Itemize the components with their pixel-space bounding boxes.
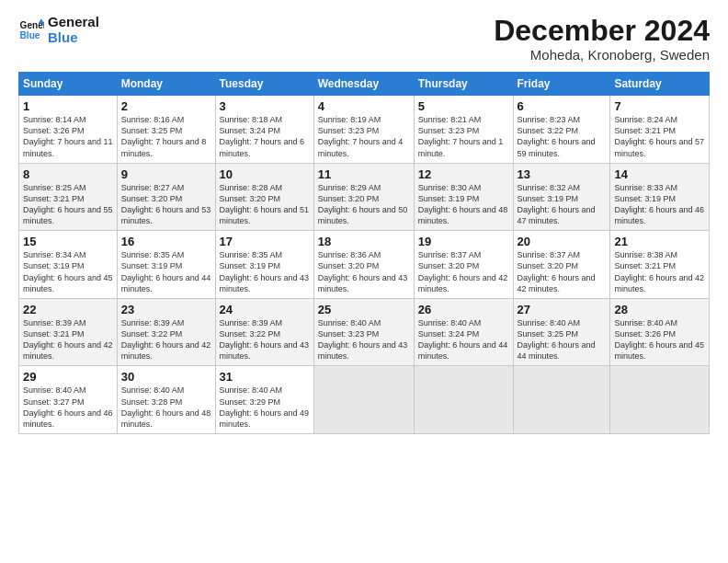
day-number: 2 bbox=[121, 99, 211, 113]
day-info: Sunrise: 8:34 AMSunset: 3:19 PMDaylight:… bbox=[23, 249, 113, 294]
day-info: Sunrise: 8:35 AMSunset: 3:19 PMDaylight:… bbox=[220, 249, 310, 294]
day-info: Sunrise: 8:40 AMSunset: 3:29 PMDaylight:… bbox=[220, 385, 310, 430]
day-number: 25 bbox=[318, 303, 410, 316]
calendar-cell: 13Sunrise: 8:32 AMSunset: 3:19 PMDayligh… bbox=[513, 163, 610, 231]
calendar-header-saturday: Saturday bbox=[610, 73, 710, 96]
day-info: Sunrise: 8:25 AMSunset: 3:21 PMDaylight:… bbox=[23, 182, 113, 227]
calendar-cell: 30Sunrise: 8:40 AMSunset: 3:28 PMDayligh… bbox=[117, 366, 215, 434]
day-number: 1 bbox=[23, 99, 113, 113]
calendar-cell: 23Sunrise: 8:39 AMSunset: 3:22 PMDayligh… bbox=[117, 298, 215, 366]
day-number: 5 bbox=[418, 99, 509, 113]
calendar-cell: 15Sunrise: 8:34 AMSunset: 3:19 PMDayligh… bbox=[19, 231, 118, 299]
day-info: Sunrise: 8:24 AMSunset: 3:21 PMDaylight:… bbox=[614, 114, 705, 159]
calendar-cell: 6Sunrise: 8:23 AMSunset: 3:22 PMDaylight… bbox=[513, 96, 610, 164]
calendar-header-thursday: Thursday bbox=[414, 73, 513, 96]
day-info: Sunrise: 8:29 AMSunset: 3:20 PMDaylight:… bbox=[318, 182, 410, 227]
day-info: Sunrise: 8:32 AMSunset: 3:19 PMDaylight:… bbox=[518, 182, 607, 227]
day-number: 24 bbox=[220, 303, 310, 316]
day-number: 10 bbox=[220, 167, 310, 181]
day-number: 21 bbox=[614, 235, 705, 248]
day-number: 3 bbox=[220, 99, 310, 113]
main-title: December 2024 bbox=[494, 15, 710, 47]
day-number: 28 bbox=[614, 303, 705, 316]
calendar-cell: 5Sunrise: 8:21 AMSunset: 3:23 PMDaylight… bbox=[414, 96, 513, 164]
calendar-table: SundayMondayTuesdayWednesdayThursdayFrid… bbox=[18, 72, 710, 434]
calendar-header-wednesday: Wednesday bbox=[313, 73, 414, 96]
subtitle: Moheda, Kronoberg, Sweden bbox=[494, 47, 710, 63]
day-info: Sunrise: 8:18 AMSunset: 3:24 PMDaylight:… bbox=[220, 114, 310, 159]
calendar-cell bbox=[610, 366, 710, 434]
day-number: 15 bbox=[23, 235, 113, 248]
calendar-cell: 20Sunrise: 8:37 AMSunset: 3:20 PMDayligh… bbox=[513, 231, 610, 299]
calendar-week-2: 8Sunrise: 8:25 AMSunset: 3:21 PMDaylight… bbox=[19, 163, 710, 231]
calendar-cell: 18Sunrise: 8:36 AMSunset: 3:20 PMDayligh… bbox=[313, 231, 414, 299]
day-number: 23 bbox=[121, 303, 211, 316]
calendar-cell: 19Sunrise: 8:37 AMSunset: 3:20 PMDayligh… bbox=[414, 231, 513, 299]
day-number: 11 bbox=[318, 167, 410, 181]
calendar-header-friday: Friday bbox=[513, 73, 610, 96]
day-info: Sunrise: 8:39 AMSunset: 3:21 PMDaylight:… bbox=[23, 317, 113, 362]
calendar-cell: 3Sunrise: 8:18 AMSunset: 3:24 PMDaylight… bbox=[215, 96, 313, 164]
page: General Blue General Blue December 2024 … bbox=[0, 0, 728, 563]
calendar-cell: 7Sunrise: 8:24 AMSunset: 3:21 PMDaylight… bbox=[610, 96, 710, 164]
day-number: 8 bbox=[23, 167, 113, 181]
calendar-header-monday: Monday bbox=[117, 73, 215, 96]
calendar-cell: 31Sunrise: 8:40 AMSunset: 3:29 PMDayligh… bbox=[215, 366, 313, 434]
logo: General Blue General Blue bbox=[18, 15, 99, 45]
day-info: Sunrise: 8:30 AMSunset: 3:19 PMDaylight:… bbox=[418, 182, 509, 227]
day-info: Sunrise: 8:27 AMSunset: 3:20 PMDaylight:… bbox=[121, 182, 211, 227]
day-info: Sunrise: 8:40 AMSunset: 3:28 PMDaylight:… bbox=[121, 385, 211, 430]
day-number: 31 bbox=[220, 370, 310, 384]
calendar-cell: 8Sunrise: 8:25 AMSunset: 3:21 PMDaylight… bbox=[19, 163, 118, 231]
logo-general: General bbox=[48, 15, 99, 30]
day-info: Sunrise: 8:19 AMSunset: 3:23 PMDaylight:… bbox=[318, 114, 410, 159]
calendar-cell: 1Sunrise: 8:14 AMSunset: 3:26 PMDaylight… bbox=[19, 96, 118, 164]
day-info: Sunrise: 8:33 AMSunset: 3:19 PMDaylight:… bbox=[614, 182, 705, 227]
calendar-cell: 14Sunrise: 8:33 AMSunset: 3:19 PMDayligh… bbox=[610, 163, 710, 231]
day-info: Sunrise: 8:40 AMSunset: 3:25 PMDaylight:… bbox=[518, 317, 607, 362]
day-info: Sunrise: 8:40 AMSunset: 3:24 PMDaylight:… bbox=[418, 317, 509, 362]
logo-blue: Blue bbox=[48, 30, 99, 46]
day-number: 12 bbox=[418, 167, 509, 181]
calendar-cell: 11Sunrise: 8:29 AMSunset: 3:20 PMDayligh… bbox=[313, 163, 414, 231]
day-number: 27 bbox=[518, 303, 607, 316]
calendar-cell: 16Sunrise: 8:35 AMSunset: 3:19 PMDayligh… bbox=[117, 231, 215, 299]
day-info: Sunrise: 8:35 AMSunset: 3:19 PMDaylight:… bbox=[121, 249, 211, 294]
day-number: 30 bbox=[121, 370, 211, 384]
calendar-cell: 28Sunrise: 8:40 AMSunset: 3:26 PMDayligh… bbox=[610, 298, 710, 366]
day-info: Sunrise: 8:28 AMSunset: 3:20 PMDaylight:… bbox=[220, 182, 310, 227]
day-info: Sunrise: 8:37 AMSunset: 3:20 PMDaylight:… bbox=[418, 249, 509, 294]
calendar-body: 1Sunrise: 8:14 AMSunset: 3:26 PMDaylight… bbox=[19, 96, 710, 434]
day-info: Sunrise: 8:40 AMSunset: 3:23 PMDaylight:… bbox=[318, 317, 410, 362]
day-info: Sunrise: 8:39 AMSunset: 3:22 PMDaylight:… bbox=[121, 317, 211, 362]
calendar-cell bbox=[414, 366, 513, 434]
day-number: 19 bbox=[418, 235, 509, 248]
day-number: 13 bbox=[518, 167, 607, 181]
calendar-week-5: 29Sunrise: 8:40 AMSunset: 3:27 PMDayligh… bbox=[19, 366, 710, 434]
calendar-cell: 4Sunrise: 8:19 AMSunset: 3:23 PMDaylight… bbox=[313, 96, 414, 164]
calendar-header-tuesday: Tuesday bbox=[215, 73, 313, 96]
day-info: Sunrise: 8:38 AMSunset: 3:21 PMDaylight:… bbox=[614, 249, 705, 294]
day-info: Sunrise: 8:40 AMSunset: 3:27 PMDaylight:… bbox=[23, 385, 113, 430]
day-info: Sunrise: 8:36 AMSunset: 3:20 PMDaylight:… bbox=[318, 249, 410, 294]
day-number: 16 bbox=[121, 235, 211, 248]
day-number: 29 bbox=[23, 370, 113, 384]
day-info: Sunrise: 8:14 AMSunset: 3:26 PMDaylight:… bbox=[23, 114, 113, 159]
calendar-week-3: 15Sunrise: 8:34 AMSunset: 3:19 PMDayligh… bbox=[19, 231, 710, 299]
calendar-cell bbox=[313, 366, 414, 434]
day-number: 20 bbox=[518, 235, 607, 248]
calendar-cell: 17Sunrise: 8:35 AMSunset: 3:19 PMDayligh… bbox=[215, 231, 313, 299]
day-number: 22 bbox=[23, 303, 113, 316]
calendar-header-row: SundayMondayTuesdayWednesdayThursdayFrid… bbox=[19, 73, 710, 96]
title-block: December 2024 Moheda, Kronoberg, Sweden bbox=[494, 15, 710, 63]
day-info: Sunrise: 8:23 AMSunset: 3:22 PMDaylight:… bbox=[518, 114, 607, 159]
calendar-cell: 29Sunrise: 8:40 AMSunset: 3:27 PMDayligh… bbox=[19, 366, 118, 434]
calendar-cell: 12Sunrise: 8:30 AMSunset: 3:19 PMDayligh… bbox=[414, 163, 513, 231]
calendar-week-4: 22Sunrise: 8:39 AMSunset: 3:21 PMDayligh… bbox=[19, 298, 710, 366]
header: General Blue General Blue December 2024 … bbox=[18, 15, 710, 63]
calendar-cell: 2Sunrise: 8:16 AMSunset: 3:25 PMDaylight… bbox=[117, 96, 215, 164]
calendar-header-sunday: Sunday bbox=[19, 73, 118, 96]
calendar-cell: 10Sunrise: 8:28 AMSunset: 3:20 PMDayligh… bbox=[215, 163, 313, 231]
logo-icon: General Blue bbox=[18, 17, 44, 43]
day-info: Sunrise: 8:21 AMSunset: 3:23 PMDaylight:… bbox=[418, 114, 509, 159]
